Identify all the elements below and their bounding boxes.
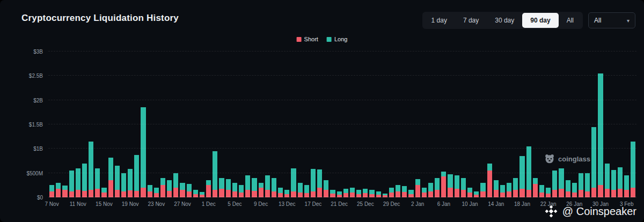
bar[interactable] [363,51,368,197]
bar[interactable] [128,51,133,197]
bar[interactable] [507,51,511,197]
bar[interactable] [513,51,518,197]
bar[interactable] [337,51,342,197]
bar[interactable] [579,51,583,197]
bar[interactable] [396,51,400,197]
bar[interactable] [76,51,80,197]
bar[interactable] [376,51,381,197]
bar[interactable] [526,51,531,197]
bar[interactable] [82,51,87,197]
legend-item-short[interactable]: Short [297,36,318,42]
range-button-30-day[interactable]: 30 day [487,13,522,28]
bar[interactable] [141,51,145,197]
bar[interactable] [422,51,427,197]
range-button-1-day[interactable]: 1 day [423,13,455,28]
bar[interactable] [219,51,224,197]
bar[interactable] [180,51,185,197]
bar[interactable] [62,51,67,197]
bar[interactable] [121,51,126,197]
bar[interactable] [49,51,54,197]
bar[interactable] [272,51,276,197]
bar[interactable] [167,51,172,197]
bar[interactable] [252,51,257,197]
range-button-7-day[interactable]: 7 day [455,13,487,28]
bar[interactable] [134,51,139,197]
bar[interactable] [69,51,74,197]
bar[interactable] [585,51,590,197]
bar[interactable] [278,51,283,197]
bar[interactable] [605,51,610,197]
bar[interactable] [239,51,244,197]
range-button-90-day[interactable]: 90 day [522,13,558,28]
bar[interactable] [317,51,322,197]
bar[interactable] [160,51,165,197]
bar[interactable] [330,51,335,197]
bar[interactable] [448,51,452,197]
bar[interactable] [435,51,440,197]
bar[interactable] [187,51,192,197]
bar[interactable] [265,51,270,197]
bar[interactable] [356,51,361,197]
bar[interactable] [533,51,538,197]
bar-long-segment [591,127,596,188]
range-button-all[interactable]: All [559,13,582,28]
bar[interactable] [474,51,479,197]
filter-dropdown[interactable]: All ▾ [588,12,635,28]
bar[interactable] [467,51,472,197]
bar[interactable] [408,51,413,197]
bar[interactable] [343,51,348,197]
bar[interactable] [173,51,178,197]
bar[interactable] [500,51,505,197]
bar[interactable] [552,51,557,197]
bar[interactable] [298,51,303,197]
bar[interactable] [148,51,152,197]
bar[interactable] [291,51,296,197]
bar[interactable] [56,51,61,197]
bar[interactable] [226,51,231,197]
bar-long-segment [69,171,74,191]
bar[interactable] [200,51,204,197]
bar[interactable] [284,51,289,197]
bar[interactable] [259,51,264,197]
bar[interactable] [591,51,596,197]
bar[interactable] [487,51,492,197]
bar[interactable] [441,51,446,197]
bar[interactable] [461,51,466,197]
bar[interactable] [89,51,93,197]
bar[interactable] [494,51,499,197]
bar[interactable] [480,51,485,197]
bar[interactable] [383,51,387,197]
bar[interactable] [572,51,577,197]
bar[interactable] [350,51,355,197]
bar[interactable] [245,51,250,197]
bar[interactable] [539,51,544,197]
bar[interactable] [213,51,217,197]
bar[interactable] [193,51,198,197]
legend-item-long[interactable]: Long [327,36,347,42]
bar[interactable] [154,51,159,197]
bar[interactable] [559,51,564,197]
bar[interactable] [311,51,316,197]
bar[interactable] [631,51,635,197]
bar[interactable] [115,51,120,197]
bar[interactable] [101,51,106,197]
bar[interactable] [369,51,374,197]
bar[interactable] [95,51,100,197]
bar[interactable] [519,51,524,197]
bar[interactable] [455,51,459,197]
bar[interactable] [402,51,407,197]
bar[interactable] [304,51,309,197]
bar[interactable] [108,51,113,197]
bar[interactable] [546,51,551,197]
bar[interactable] [618,51,623,197]
bar[interactable] [324,51,328,197]
bar[interactable] [611,51,616,197]
bar[interactable] [389,51,394,197]
bar[interactable] [415,51,420,197]
bar[interactable] [428,51,433,197]
bar[interactable] [624,51,629,197]
bar[interactable] [232,51,237,197]
bar[interactable] [206,51,211,197]
bar[interactable] [598,51,603,197]
bar[interactable] [566,51,570,197]
